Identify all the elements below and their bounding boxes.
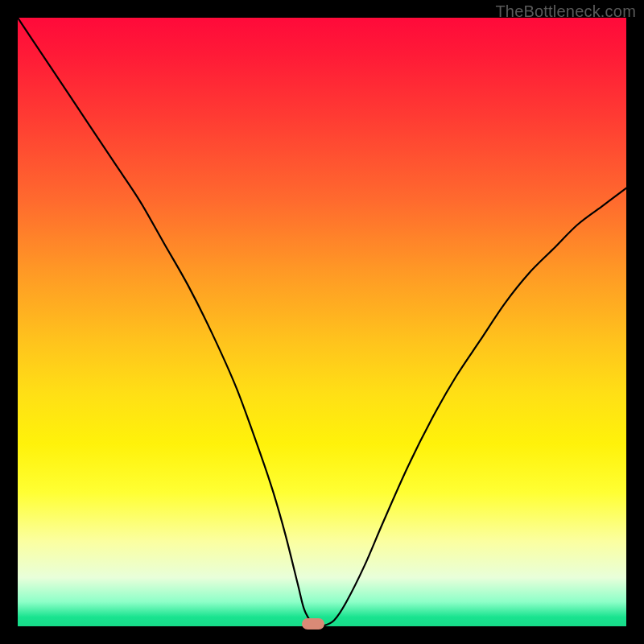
plot-area: [18, 18, 626, 626]
watermark-label: TheBottleneck.com: [495, 2, 636, 21]
optimal-point-marker: [302, 618, 324, 630]
bottleneck-curve: [18, 18, 626, 626]
chart-frame: TheBottleneck.com: [0, 0, 644, 644]
